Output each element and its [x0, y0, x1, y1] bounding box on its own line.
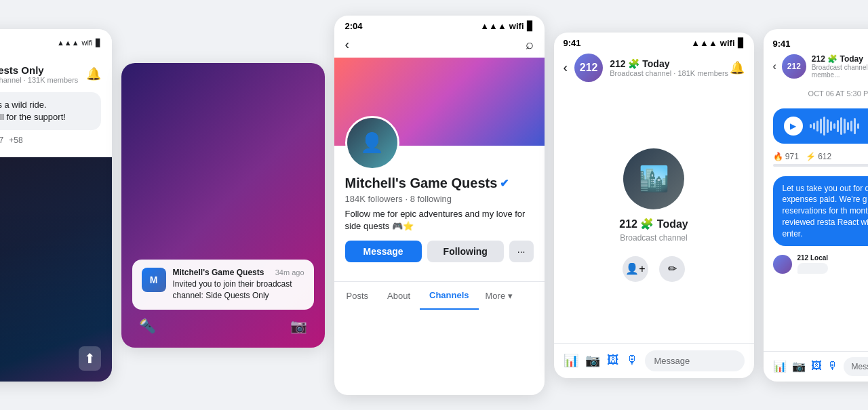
wave-bar — [840, 117, 842, 135]
signal-icon: ▲▲▲ — [57, 39, 79, 47]
broadcast-channel-name: 212 🧩 Today — [619, 218, 688, 230]
channel-header-name: 212 🧩 Today — [610, 58, 728, 69]
verified-badge-icon: ✔ — [500, 177, 509, 190]
broadcast-avatar: 🏙️ — [623, 148, 684, 209]
scene: ▲▲▲ wifi ▊ by 16K Side Quests Only Broad… — [0, 0, 868, 410]
card5-time: 9:41 — [773, 39, 791, 49]
card-side-quests: ▲▲▲ wifi ▊ by 16K Side Quests Only Broad… — [0, 29, 112, 382]
profile-name: Mitchell's Game Quests ✔ — [345, 176, 534, 191]
tab-about[interactable]: About — [378, 283, 420, 309]
card4-action-icons: 📊 📷 🖼 🎙 — [564, 353, 638, 368]
profile-stats: 184K followers · 8 following — [345, 194, 534, 204]
channel-sub: Broadcast channel · 131K members — [0, 76, 78, 84]
profile-nav: ‹ ⌕ — [334, 34, 545, 58]
notif-content: Mitchell's Game Quests 34m ago Invited y… — [173, 268, 304, 302]
add-member-button[interactable]: 👤+ — [623, 256, 648, 282]
edit-button[interactable]: ✏ — [659, 256, 685, 282]
wave-bar — [810, 124, 812, 128]
status-time: 2:04 — [345, 21, 363, 31]
lockscreen-bottom-icons: 🔦 📷 — [132, 318, 314, 334]
card5-status-bar: 9:41 ▲▲ ▊ — [773, 39, 869, 49]
card5-camera-icon[interactable]: 📷 — [792, 360, 806, 373]
signal-bars-icon: ▲▲▲ — [480, 21, 507, 31]
tab-more[interactable]: More ▾ — [479, 283, 519, 309]
wave-bar — [813, 123, 815, 129]
card4-status-icons: ▲▲▲ wifi ▊ — [691, 38, 744, 48]
flashlight-icon[interactable]: 🔦 — [139, 318, 156, 334]
card1-status-bar: ▲▲▲ wifi ▊ — [0, 39, 101, 47]
wifi-icon: wifi — [82, 39, 93, 47]
card1-top: ▲▲▲ wifi ▊ by 16K Side Quests Only Broad… — [0, 29, 112, 157]
card3-status-bar: 2:04 ▲▲▲ wifi ▊ — [334, 16, 545, 34]
incoming-avatar — [773, 255, 792, 274]
card4-message-input[interactable]: Message — [645, 350, 745, 371]
audio-date: OCT 06 AT 5:30 PM — [764, 84, 869, 103]
mic-icon[interactable]: 🎙 — [626, 353, 638, 368]
card5-message-input[interactable]: Message — [844, 357, 869, 376]
incoming-sender: 212 Local — [797, 254, 829, 262]
camera-icon[interactable]: 📷 — [290, 318, 307, 334]
image-icon[interactable]: 🖼 — [607, 353, 619, 368]
broadcast-name-text: 212 🧩 Today — [619, 218, 688, 230]
bell-icon[interactable]: 🔔 — [86, 66, 101, 81]
broadcast-channel-sub: Broadcast channel — [620, 233, 687, 243]
notif-body: Invited you to join their broadcast chan… — [173, 279, 304, 302]
card5-top: 9:41 ▲▲ ▊ ‹ 212 212 🧩 Today Broadcast ch… — [764, 29, 869, 84]
card4-bottom-bar: 📊 📷 🖼 🎙 Message — [554, 343, 754, 378]
battery-icon: ▊ — [96, 39, 101, 47]
followers-count: 184K followers — [345, 194, 403, 204]
wave-bar — [820, 119, 822, 134]
share-icon[interactable]: ⬆ — [79, 346, 101, 371]
broadcast-channel-content: 🏙️ 212 🧩 Today Broadcast channel 👤+ ✏ — [554, 87, 754, 343]
audio-reactions: 🔥 971 ⚡ 612 — [764, 149, 869, 164]
back-button[interactable]: ‹ — [345, 37, 350, 52]
profile-actions: Message Following ··· — [345, 241, 534, 262]
wave-bar — [847, 122, 849, 130]
card5-image-icon[interactable]: 🖼 — [811, 360, 822, 373]
outgoing-message-bubble: Let us take you out for d expenses paid.… — [773, 176, 869, 247]
incoming-bubble — [797, 263, 829, 274]
notif-time: 34m ago — [275, 268, 304, 276]
card5-bottom-bar: 📊 📷 🖼 🎙 Message — [764, 351, 869, 382]
lightning-reaction: ⚡ 612 — [806, 152, 831, 161]
wave-bar — [833, 123, 835, 129]
card5-channel-sub: Broadcast channel · 181K membe... — [812, 64, 868, 79]
card4-back-button[interactable]: ‹ — [564, 60, 568, 75]
wave-bar — [854, 118, 856, 134]
profile-avatar: 👤 — [345, 116, 399, 170]
card4-camera-icon[interactable]: 📷 — [585, 353, 600, 368]
channel-name: Side Quests Only — [0, 64, 78, 76]
channel-header-info: 212 🧩 Today Broadcast channel · 181K mem… — [610, 58, 728, 77]
wave-bar — [816, 121, 818, 131]
message-button[interactable]: Message — [345, 241, 422, 262]
card5-channel-name: 212 🧩 Today — [812, 54, 868, 64]
wave-bar — [827, 119, 829, 133]
reactions-row: ❤️ 18 🧩 7 +58 — [0, 136, 101, 145]
card4-wifi: wifi — [720, 38, 735, 48]
card5-mic-icon[interactable]: 🎙 — [827, 360, 838, 373]
play-button[interactable]: ▶ — [784, 117, 803, 136]
tab-channels[interactable]: Channels — [420, 282, 479, 310]
profile-cover-photo: 👤 — [334, 58, 545, 146]
card5-channel-info: 212 🧩 Today Broadcast channel · 181K mem… — [812, 54, 868, 79]
bar-chart-icon[interactable]: 📊 — [564, 353, 578, 368]
status-icons: ▲▲▲ wifi ▊ — [480, 21, 533, 31]
wave-bar — [857, 123, 859, 129]
following-count: 8 following — [410, 194, 452, 204]
card5-barchart-icon[interactable]: 📊 — [773, 360, 787, 373]
profile-name-text: Mitchell's Game Quests — [345, 176, 498, 191]
wave-bar — [850, 121, 852, 131]
search-button[interactable]: ⌕ — [526, 37, 534, 52]
tab-posts[interactable]: Posts — [337, 283, 378, 309]
message-bubble: that was a wild ride.hanks all for the s… — [0, 92, 101, 130]
card-broadcast-channel: 9:41 ▲▲▲ wifi ▊ ‹ 212 212 🧩 Today Broadc… — [554, 33, 754, 378]
notif-avatar: M — [142, 268, 166, 292]
wave-bar — [830, 121, 832, 131]
battery-icon2: ▊ — [527, 21, 534, 31]
more-button[interactable]: ··· — [509, 241, 534, 262]
profile-tabs: Posts About Channels More ▾ — [334, 281, 545, 310]
channel-image: ⬆ — [0, 157, 112, 382]
card5-back-button[interactable]: ‹ — [773, 60, 776, 73]
card4-bell-icon[interactable]: 🔔 — [730, 60, 745, 75]
following-button[interactable]: Following — [427, 241, 504, 262]
